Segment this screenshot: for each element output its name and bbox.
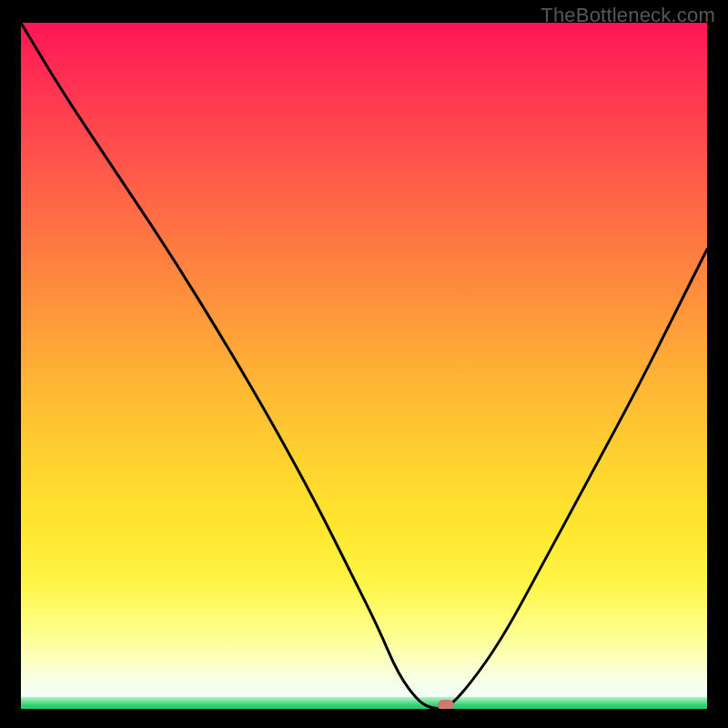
curve-path — [21, 23, 707, 709]
plot-area — [21, 23, 707, 709]
chart-frame: TheBottleneck.com — [0, 0, 728, 728]
watermark-text: TheBottleneck.com — [541, 4, 715, 27]
bottleneck-curve — [21, 23, 707, 709]
optimal-marker — [438, 700, 454, 709]
